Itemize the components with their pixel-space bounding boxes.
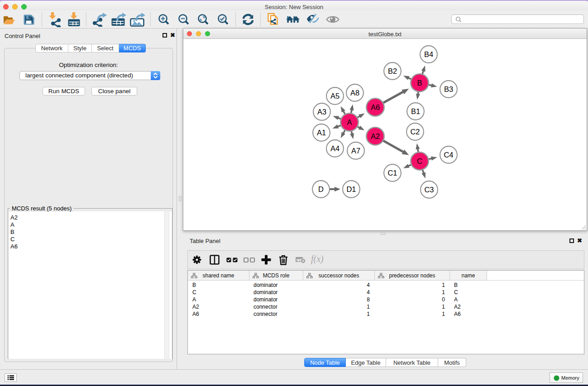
svg-text:C: C xyxy=(417,157,422,165)
svg-text:A6: A6 xyxy=(371,103,380,111)
svg-text:B4: B4 xyxy=(424,50,433,58)
svg-text:B1: B1 xyxy=(411,107,420,115)
svg-text:A: A xyxy=(347,118,352,126)
svg-text:A7: A7 xyxy=(351,147,360,155)
svg-text:A2: A2 xyxy=(371,132,380,140)
svg-text:C3: C3 xyxy=(424,186,434,194)
svg-text:C2: C2 xyxy=(410,128,420,136)
svg-text:D1: D1 xyxy=(346,185,356,193)
svg-text:A1: A1 xyxy=(317,129,326,137)
svg-text:A5: A5 xyxy=(330,92,339,100)
svg-text:C4: C4 xyxy=(444,151,453,159)
svg-text:A8: A8 xyxy=(350,89,359,97)
svg-text:B3: B3 xyxy=(444,85,453,93)
svg-text:B: B xyxy=(417,79,422,87)
svg-text:B2: B2 xyxy=(388,67,397,75)
svg-text:A3: A3 xyxy=(317,108,326,116)
svg-text:D: D xyxy=(318,185,324,193)
svg-text:A4: A4 xyxy=(330,144,339,152)
svg-text:C1: C1 xyxy=(387,169,397,177)
